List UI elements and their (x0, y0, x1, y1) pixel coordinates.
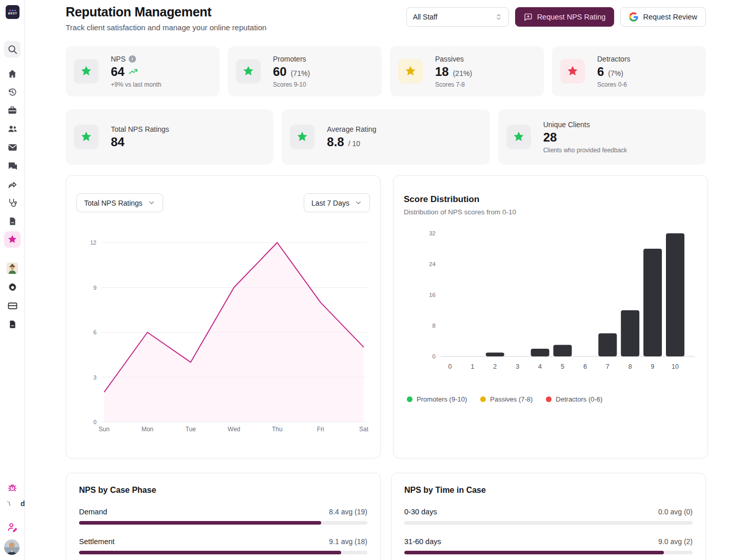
sidebar-item-chat[interactable] (4, 157, 21, 174)
stat-card-passives: Passives18(21%)Scores 7-8 (390, 46, 544, 96)
page-header: Reputation Management Track client satis… (66, 0, 706, 32)
request-review-label: Request Review (643, 13, 697, 21)
svg-text:16: 16 (429, 292, 436, 298)
score-bar-4 (531, 349, 549, 356)
star-icon (404, 65, 417, 77)
info-icon[interactable]: i (129, 55, 136, 63)
sidebar-item-persona-avatar[interactable] (4, 260, 21, 276)
summary-suffix: / 10 (348, 139, 360, 148)
summary-value: 8.8 (327, 135, 344, 149)
sidebar-item-user-pen[interactable] (4, 519, 21, 535)
svg-text:6: 6 (93, 329, 96, 335)
sidebar-item-star[interactable] (4, 231, 21, 248)
svg-text:9: 9 (651, 363, 655, 370)
sidebar-item-file[interactable] (4, 213, 21, 229)
svg-text:3: 3 (516, 363, 519, 370)
svg-text:7: 7 (606, 363, 610, 370)
stats-row: NPSi64+9% vs last monthPromoters60(71%)S… (66, 46, 706, 96)
score-distribution-subtitle: Distribution of NPS scores from 0-10 (404, 208, 697, 216)
search-icon (8, 45, 17, 54)
logo-text: BEST (8, 12, 17, 15)
user-pen-icon (7, 522, 17, 532)
sidebar-item-mail[interactable] (4, 139, 21, 155)
legend-label: Passives (7-8) (490, 395, 533, 403)
sidebar-item-home[interactable] (4, 66, 21, 82)
legend-dot-icon (546, 396, 552, 402)
sidebar-item-briefcase[interactable] (4, 102, 21, 118)
persona-avatar-icon (7, 263, 18, 274)
request-review-button[interactable]: Request Review (620, 7, 706, 27)
user-avatar[interactable] (4, 539, 19, 555)
request-nps-rating-button[interactable]: Request NPS Rating (515, 7, 615, 27)
progress-row: 31-60 days9.0 avg (2) (404, 537, 693, 554)
sidebar-item-gear[interactable] (4, 279, 21, 295)
stat-card-nps: NPSi64+9% vs last month (66, 46, 220, 96)
svg-text:2: 2 (493, 363, 497, 370)
progress-row: Demand8.4 avg (19) (79, 508, 367, 525)
svg-text:8: 8 (433, 323, 436, 329)
app-root: BEST `\ d Reputation Management Track cl… (0, 0, 747, 560)
sidebar-item-search[interactable] (4, 41, 21, 57)
progress-track (79, 551, 367, 554)
sidebar-item-share-arrow[interactable] (4, 176, 21, 193)
request-nps-label: Request NPS Rating (537, 13, 606, 21)
summary-card-average-rating: Average Rating8.8/ 10 (282, 109, 489, 165)
star-icon (80, 65, 92, 77)
users-icon (8, 124, 17, 134)
stat-sub: Scores 7-8 (435, 81, 472, 88)
nps-line-chart: 036912SunMonTueWedThuFriSat (76, 212, 370, 438)
metric-selector-dropdown[interactable]: Total NPS Ratings (76, 193, 163, 212)
star-icon (242, 65, 254, 77)
stat-label: Promoters (273, 55, 310, 63)
file-icon (8, 217, 17, 226)
stat-sub: Scores 9-10 (273, 81, 310, 88)
staff-filter-select[interactable]: All Staff (406, 7, 509, 27)
legend-item: Passives (7-8) (480, 395, 533, 403)
bottom-row: NPS by Case PhaseDemand8.4 avg (19)Settl… (66, 473, 706, 560)
svg-text:0: 0 (433, 353, 436, 359)
stat-label: NPSi (111, 55, 161, 63)
sidebar-item-credit-card[interactable] (4, 297, 21, 314)
bottom-card-title: NPS by Case Phase (79, 486, 367, 495)
share-arrow-icon (8, 180, 17, 190)
summary-value: 84 (111, 135, 125, 149)
svg-text:3: 3 (93, 374, 96, 381)
svg-text:24: 24 (429, 261, 436, 267)
home-icon (8, 69, 17, 78)
sidebar-item-document[interactable] (4, 316, 21, 332)
sidebar-item-stethoscope[interactable] (4, 194, 21, 211)
svg-text:Tue: Tue (186, 426, 196, 433)
star-tile (74, 59, 99, 84)
star-icon (513, 131, 525, 143)
sidebar-item-bug[interactable] (4, 479, 21, 496)
sidebar-item-users[interactable] (4, 121, 21, 137)
score-bar-5 (554, 345, 572, 357)
summary-row: Total NPS Ratings84Average Rating8.8/ 10… (66, 109, 706, 165)
summary-sub: Clients who provided feedback (543, 147, 627, 154)
chevrons-up-down-icon (495, 13, 502, 21)
stat-sub: Scores 0-6 (597, 81, 631, 88)
svg-text:Fri: Fri (317, 426, 324, 433)
star-icon (566, 65, 579, 77)
app-logo[interactable]: BEST (6, 5, 19, 19)
stat-label: Detractors (597, 55, 631, 63)
svg-text:Mon: Mon (142, 426, 153, 433)
stat-value: 60 (273, 65, 287, 79)
sidebar-item-history[interactable] (4, 84, 21, 101)
gear-icon (8, 283, 17, 292)
score-bar-10 (666, 233, 684, 356)
card-nps-by-time-in-case: NPS by Time in Case0-30 days0.0 avg (0)3… (391, 473, 706, 560)
stethoscope-icon (8, 198, 17, 208)
stat-value: 6 (597, 65, 604, 79)
date-range-dropdown[interactable]: Last 7 Days (304, 193, 370, 212)
score-bar-8 (621, 310, 639, 356)
bottom-card-title: NPS by Time in Case (404, 486, 693, 495)
stat-extra: (71%) (291, 69, 310, 77)
stat-extra: (7%) (608, 69, 623, 77)
score-bar-7 (598, 333, 617, 356)
stray-glyph: `\ (7, 501, 10, 507)
avatar-image (4, 539, 19, 555)
progress-label: 0-30 days (404, 508, 437, 516)
svg-text:Sun: Sun (99, 426, 109, 433)
summary-value: 28 (543, 130, 557, 145)
